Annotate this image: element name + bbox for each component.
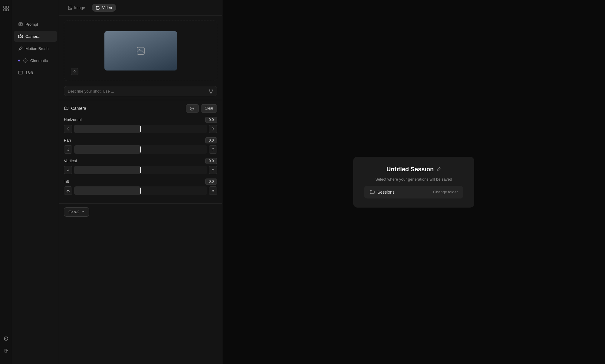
session-edit-icon[interactable] <box>436 167 441 172</box>
pan-right-btn[interactable] <box>209 145 217 154</box>
tilt-right-btn[interactable] <box>209 186 217 195</box>
sidebar-item-motion-brush-label: Motion Brush <box>25 46 49 51</box>
tilt-slider-row: Tilt 0.0 <box>64 179 217 195</box>
tilt-left-btn[interactable] <box>64 186 72 195</box>
camera-section-header: Camera Clear <box>64 104 217 113</box>
session-folder-name: Sessions <box>377 190 395 195</box>
vertical-down-btn[interactable] <box>64 166 72 174</box>
sidebar-item-motion-brush[interactable]: Motion Brush <box>14 43 57 54</box>
sidebar-item-aspect[interactable]: 16:9 <box>14 67 57 78</box>
svg-rect-3 <box>6 9 8 11</box>
vertical-track[interactable] <box>74 166 207 174</box>
camera-actions: Clear <box>186 104 217 113</box>
cinematic-dot <box>18 60 20 61</box>
tilt-track[interactable] <box>74 186 207 195</box>
vertical-value: 0.0 <box>205 158 217 164</box>
tilt-value: 0.0 <box>205 179 217 185</box>
pan-slider-row: Pan 0.0 <box>64 137 217 154</box>
sidebar-item-cinematic-label: Cinematic <box>30 58 48 63</box>
session-folder-left: Sessions <box>370 189 395 195</box>
camera-clear-btn[interactable]: Clear <box>201 104 217 113</box>
svg-rect-2 <box>4 9 6 11</box>
horizontal-left-btn[interactable] <box>64 125 72 133</box>
svg-rect-8 <box>18 71 23 74</box>
prompt-input[interactable] <box>68 89 206 93</box>
image-thumbnail <box>104 31 177 71</box>
reset-icon[interactable] <box>2 335 10 342</box>
sidebar-item-aspect-label: 16:9 <box>25 71 33 75</box>
frame-badge: 0 <box>71 68 78 75</box>
main-panel: Image Video 0 <box>59 0 222 364</box>
session-card: Untitled Session Select where your gener… <box>353 157 474 208</box>
image-upload-area[interactable]: 0 <box>64 21 217 81</box>
horizontal-track[interactable] <box>74 125 207 133</box>
sidebar-item-prompt[interactable]: Prompt <box>14 19 57 30</box>
camera-preset-btn[interactable] <box>186 104 199 113</box>
sidebar: Prompt Camera Motion Brush Cinematic 16:… <box>12 0 59 364</box>
horizontal-right-btn[interactable] <box>209 125 217 133</box>
svg-point-7 <box>24 59 27 62</box>
vertical-up-btn[interactable] <box>209 166 217 174</box>
tab-video[interactable]: Video <box>92 4 116 12</box>
svg-rect-9 <box>68 6 72 10</box>
sidebar-item-prompt-label: Prompt <box>25 22 38 27</box>
svg-rect-11 <box>96 6 99 9</box>
tab-image[interactable]: Image <box>64 4 89 12</box>
tilt-label: Tilt <box>64 179 69 184</box>
pan-left-btn[interactable] <box>64 145 72 154</box>
svg-rect-4 <box>19 23 22 26</box>
horizontal-label: Horizontal <box>64 117 82 122</box>
svg-point-6 <box>20 36 21 37</box>
horizontal-value: 0.0 <box>205 117 217 123</box>
generator-dropdown[interactable]: Gen-2 <box>64 207 89 217</box>
change-folder-button[interactable]: Change folder <box>433 190 458 194</box>
camera-section: Camera Clear Horizontal 0.0 <box>59 100 222 203</box>
pan-value: 0.0 <box>205 137 217 143</box>
grid-icon[interactable] <box>2 5 10 12</box>
session-title: Untitled Session <box>386 166 434 173</box>
svg-point-10 <box>69 7 70 7</box>
horizontal-slider-row: Horizontal 0.0 <box>64 117 217 133</box>
session-title-row: Untitled Session <box>386 166 441 173</box>
sidebar-item-camera-label: Camera <box>25 34 39 39</box>
svg-rect-1 <box>6 6 8 8</box>
pan-label: Pan <box>64 138 71 143</box>
prompt-area <box>64 86 217 96</box>
svg-rect-5 <box>18 35 23 38</box>
camera-title: Camera <box>64 106 86 111</box>
sidebar-item-camera[interactable]: Camera <box>14 31 57 42</box>
vertical-slider-row: Vertical 0.0 <box>64 158 217 174</box>
sidebar-item-cinematic[interactable]: Cinematic <box>14 55 57 66</box>
session-folder-row: Sessions Change folder <box>364 186 463 198</box>
vertical-label: Vertical <box>64 159 77 163</box>
icon-bar <box>0 0 12 364</box>
top-tabs: Image Video <box>59 0 222 16</box>
back-icon[interactable] <box>2 347 10 354</box>
svg-rect-0 <box>4 6 6 8</box>
pan-track[interactable] <box>74 145 207 154</box>
content-area: Untitled Session Select where your gener… <box>222 0 605 364</box>
session-subtitle: Select where your generations will be sa… <box>375 177 452 182</box>
bulb-icon[interactable] <box>209 89 213 93</box>
bottom-bar: Gen-2 <box>59 203 222 220</box>
